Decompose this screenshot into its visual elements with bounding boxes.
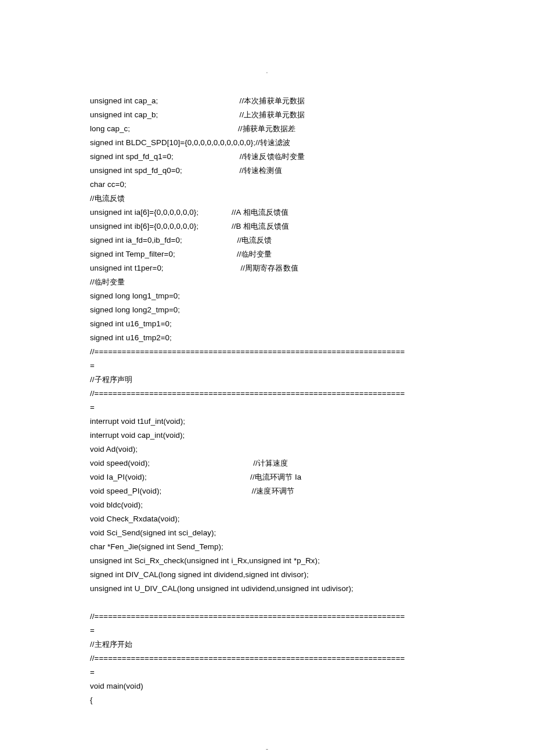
code-line: unsigned int ia[6]={0,0,0,0,0,0}; //A 相电… xyxy=(90,206,444,219)
code-line: signed long long2_tmp=0; xyxy=(90,303,444,317)
document-page: . unsigned int cap_a; //本次捕获单元数据unsigned… xyxy=(0,0,534,756)
code-line: //电流反馈 xyxy=(90,192,444,206)
code-line: void speed(void); //计算速度 xyxy=(90,456,444,470)
code-line: signed int u16_tmp1=0; xyxy=(90,317,444,331)
footer-marker: - xyxy=(90,742,444,756)
code-line: //子程序声明 xyxy=(90,373,444,387)
code-line: void Ia_PI(void); //电流环调节 Ia xyxy=(90,470,444,484)
code-line: signed int spd_fd_q1=0; //转速反馈临时变量 xyxy=(90,150,444,164)
code-line: signed int u16_tmp2=0; xyxy=(90,331,444,345)
code-line: void Check_Rxdata(void); xyxy=(90,512,444,526)
code-line: //======================================… xyxy=(90,610,444,624)
code-line: //======================================… xyxy=(90,345,444,359)
code-line: interrupt void t1uf_int(void); xyxy=(90,415,444,429)
code-line: unsigned int cap_b; //上次捕获单元数据 xyxy=(90,108,444,122)
code-line: unsigned int ib[6]={0,0,0,0,0,0}; //B 相电… xyxy=(90,219,444,233)
code-line: { xyxy=(90,693,444,707)
code-line: void bldc(void); xyxy=(90,498,444,512)
code-line xyxy=(90,596,444,610)
header-marker: . xyxy=(90,64,444,78)
code-line: signed int Temp_filter=0; //临时变量 xyxy=(90,247,444,261)
code-line: void main(void) xyxy=(90,679,444,693)
code-line: long cap_c; //捕获单元数据差 xyxy=(90,122,444,136)
code-line: //======================================… xyxy=(90,651,444,665)
code-line: void speed_PI(void); //速度环调节 xyxy=(90,484,444,498)
code-line: void Ad(void); xyxy=(90,442,444,456)
code-line: = xyxy=(90,665,444,679)
code-line: signed int BLDC_SPD[10]={0,0,0,0,0,0,0,0… xyxy=(90,136,444,150)
code-line: unsigned int t1per=0; //周期寄存器数值 xyxy=(90,261,444,275)
code-line: unsigned int spd_fd_q0=0; //转速检测值 xyxy=(90,164,444,178)
code-line: signed int ia_fd=0,ib_fd=0; //电流反馈 xyxy=(90,233,444,247)
code-line: //主程序开始 xyxy=(90,638,444,651)
code-line: signed long long1_tmp=0; xyxy=(90,289,444,303)
code-line: void Sci_Send(signed int sci_delay); xyxy=(90,526,444,540)
code-line: //======================================… xyxy=(90,387,444,401)
code-line: unsigned int U_DIV_CAL(long unsigned int… xyxy=(90,582,444,596)
code-line: char *Fen_Jie(signed int Send_Temp); xyxy=(90,540,444,554)
code-line: interrupt void cap_int(void); xyxy=(90,429,444,442)
code-line: //临时变量 xyxy=(90,275,444,289)
code-line: unsigned int cap_a; //本次捕获单元数据 xyxy=(90,94,444,108)
code-line: = xyxy=(90,624,444,638)
code-line: = xyxy=(90,359,444,373)
code-line: signed int DIV_CAL(long signed int divid… xyxy=(90,568,444,582)
code-content: unsigned int cap_a; //本次捕获单元数据unsigned i… xyxy=(90,94,444,707)
code-line: char cc=0; xyxy=(90,178,444,192)
code-line: = xyxy=(90,401,444,415)
code-line: unsigned int Sci_Rx_check(unsigned int i… xyxy=(90,554,444,568)
